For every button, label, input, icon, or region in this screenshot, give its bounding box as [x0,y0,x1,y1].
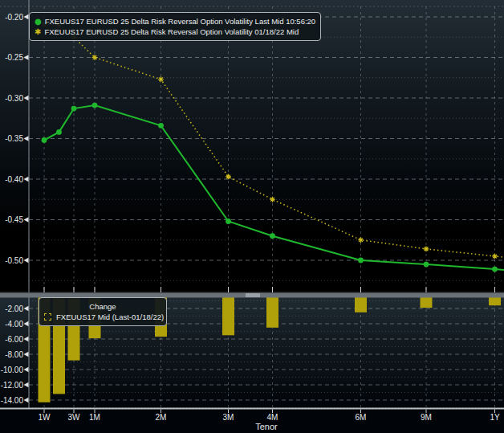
legend-row-last-mid: ● FXEUUS17 EURUSD 25 Delta Risk Reversal… [35,16,315,27]
change-bar-3M [222,293,234,335]
series-prior-mid-label: FXEUUS17 EURUSD 25 Delta Risk Reversal O… [44,27,299,37]
last-mid-point-1M [92,103,98,108]
y-label-change--10.00: -10.00 [1,366,24,374]
y-label-main--0.30: -0.30 [5,94,23,103]
prior-mid-point-1Y [492,254,498,259]
x-tick-label-9M: 9M [421,413,432,422]
prior-mid-point-6M [358,237,364,243]
y-label-main--0.40: -0.40 [5,175,23,184]
prior-mid-point-4M [270,197,275,202]
last-mid-point-3W [71,106,77,112]
last-mid-point-9M [424,262,429,268]
y-label-main--0.20: -0.20 [5,13,23,22]
change-panel-legend: Change FXEUUS17 Mid (Last-01/18/22) [39,297,167,326]
y-label-change--6.00: -6.00 [5,335,23,344]
prior-mid-point-2M [158,76,164,82]
y-label-change--8.00: -8.00 [5,350,23,359]
main-chart-legend: ● FXEUUS17 EURUSD 25 Delta Risk Reversal… [29,12,321,41]
x-tick-label-2M: 2M [156,413,167,422]
x-tick-label-4M: 4M [267,413,278,422]
last-mid-point-2M [158,123,164,129]
prior-mid-point-3M [226,174,231,180]
divider-drag-handle[interactable] [246,293,260,297]
last-mid-point-1Y [492,267,498,272]
x-tick-label-3M: 3M [223,413,234,422]
y-label-change--2.00: -2.00 [5,304,23,313]
x-tick-label-3W: 3W [68,413,81,422]
x-tick-label-1M: 1M [89,413,100,422]
last-mid-point-4M [270,233,275,239]
yellow-dashed-square-icon [44,313,51,321]
yellow-asterisk-marker-icon: ✱ [35,27,41,37]
change-legend-title: Change [44,301,161,312]
last-mid-point-6M [358,258,364,263]
y-label-main--0.35: -0.35 [5,134,23,143]
x-tick-label-1W: 1W [39,413,51,422]
prior-mid-point-9M [424,246,429,251]
y-label-main--0.25: -0.25 [5,53,23,62]
x-axis-title: Tenor [255,422,278,431]
last-mid-point-1W [42,137,47,143]
legend-row-prior-mid: ✱ FXEUUS17 EURUSD 25 Delta Risk Reversal… [35,27,315,37]
fx-volatility-chart-panel: 1W3W1M2M3M4M6M9M1YTenor-0.20-0.25-0.30-0… [0,0,504,433]
change-bar-4M [266,293,278,328]
y-label-change--12.00: -12.00 [1,381,24,390]
y-label-change--4.00: -4.00 [5,320,23,329]
green-circle-marker-icon: ● [35,16,42,27]
x-tick-label-1Y: 1Y [490,413,500,422]
prior-mid-point-1M [92,55,98,60]
y-label-main--0.50: -0.50 [5,256,23,265]
x-tick-label-6M: 6M [356,413,367,422]
change-series-label: FXEUUS17 Mid (Last-01/18/22) [56,312,164,322]
chart-canvas: 1W3W1M2M3M4M6M9M1YTenor-0.20-0.25-0.30-0… [0,0,504,433]
last-mid-point-2W [56,129,62,135]
y-label-main--0.45: -0.45 [5,215,23,224]
series-last-mid-label: FXEUUS17 EURUSD 25 Delta Risk Reversal O… [45,16,315,27]
y-label-change--14.00: -14.00 [1,396,24,405]
change-legend-series-row: FXEUUS17 Mid (Last-01/18/22) [44,312,161,322]
last-mid-point-3M [226,219,231,224]
